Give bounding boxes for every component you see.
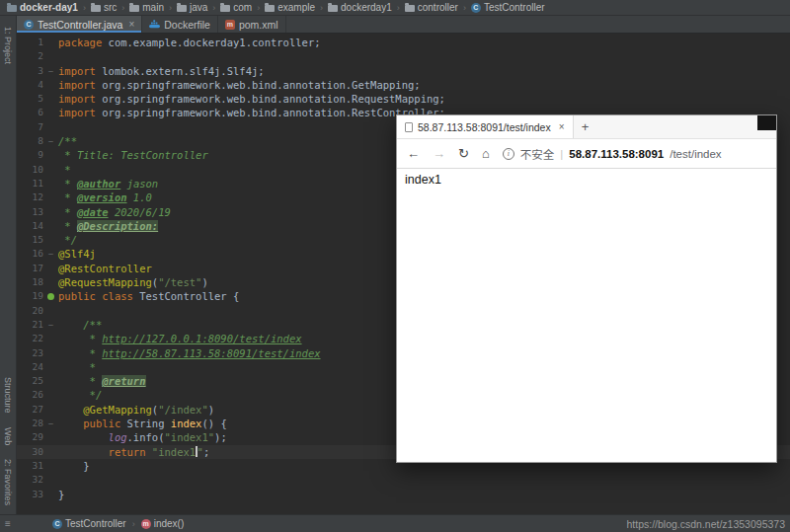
tool-button-Structure[interactable]: Structure bbox=[3, 377, 13, 414]
fold-marker[interactable]: − bbox=[43, 318, 58, 332]
breadcrumb-label: dockerday1 bbox=[341, 2, 392, 13]
code-token: com.example.dockerday1.controller; bbox=[102, 37, 320, 48]
status-item-TestController[interactable]: CTestController bbox=[49, 518, 129, 529]
tool-button-1: Project[interactable]: 1: Project bbox=[3, 27, 13, 64]
folder-icon bbox=[328, 5, 338, 12]
status-label: index() bbox=[154, 518, 185, 529]
breadcrumb-label: TestController bbox=[484, 2, 545, 13]
gutter bbox=[43, 275, 58, 289]
line-number: 15 bbox=[17, 233, 43, 247]
line-number: 17 bbox=[17, 262, 43, 275]
gutter bbox=[43, 445, 58, 459]
gutter bbox=[43, 120, 58, 134]
code-token: @author bbox=[77, 178, 120, 190]
browser-tab[interactable]: 58.87.113.58:8091/test/index × bbox=[397, 115, 574, 138]
code-token: TestController { bbox=[133, 290, 239, 302]
line-number: 3 bbox=[17, 64, 43, 78]
fold-marker[interactable]: − bbox=[43, 134, 58, 148]
gutter bbox=[43, 78, 58, 92]
code-token: @return bbox=[102, 375, 145, 387]
gutter bbox=[43, 148, 58, 162]
browser-tab-close-icon[interactable]: × bbox=[559, 121, 565, 132]
tool-button-2: Favorites[interactable]: 2: Favorites bbox=[3, 459, 13, 505]
code-token: @Description: bbox=[77, 220, 158, 232]
spring-bean-icon bbox=[43, 289, 58, 303]
new-tab-button[interactable]: + bbox=[574, 115, 597, 138]
line-number: 29 bbox=[17, 430, 43, 444]
breadcrumb-item-TestController[interactable]: CTestController bbox=[468, 2, 548, 13]
breadcrumb-item-dockerday1[interactable]: dockerday1 bbox=[325, 2, 395, 13]
line-number: 1 bbox=[17, 36, 43, 49]
code-text: * @version 1.0 bbox=[58, 190, 152, 204]
code-text: @Slf4j bbox=[58, 247, 96, 261]
status-item-index()[interactable]: mindex() bbox=[138, 518, 188, 529]
code-token: public bbox=[83, 418, 120, 429]
line-number: 10 bbox=[17, 163, 43, 177]
gutter bbox=[43, 304, 58, 318]
code-text: public class TestController { bbox=[58, 289, 239, 303]
stripe-toggle-icon[interactable]: ≡ bbox=[5, 518, 17, 529]
line-number: 25 bbox=[17, 374, 43, 388]
code-token: .info( bbox=[127, 431, 165, 443]
code-token: () { bbox=[201, 418, 226, 429]
code-text: import org.springframework.web.bind.anno… bbox=[58, 106, 445, 119]
line-number: 22 bbox=[17, 332, 43, 345]
code-text: * bbox=[58, 163, 71, 177]
breadcrumb-item-main[interactable]: main bbox=[126, 2, 167, 13]
gutter bbox=[43, 473, 58, 487]
back-button[interactable]: ← bbox=[407, 146, 420, 161]
breadcrumb-label: main bbox=[142, 2, 164, 13]
breadcrumb-item-com[interactable]: com bbox=[217, 2, 255, 13]
tab-label: pom.xml bbox=[239, 19, 278, 31]
fold-marker[interactable]: − bbox=[43, 64, 58, 78]
line-number: 21 bbox=[17, 318, 43, 332]
url-field[interactable]: i 不安全 | 58.87.113.58:8091 /test/index bbox=[503, 146, 766, 162]
code-token: public class bbox=[58, 290, 133, 302]
code-text: * http://58.87.113.58:8091/test/index bbox=[58, 346, 321, 360]
code-text: @GetMapping("/index") bbox=[58, 403, 214, 417]
refresh-button[interactable]: ↻ bbox=[458, 146, 469, 161]
gutter bbox=[43, 36, 58, 49]
code-token: @Slf4j bbox=[58, 248, 96, 260]
line-number: 24 bbox=[17, 360, 43, 374]
code-token: org.springframework.web.bind.annotation.… bbox=[96, 107, 445, 118]
browser-address-bar: ← → ↻ ⌂ i 不安全 | 58.87.113.58:8091 /test/… bbox=[397, 139, 776, 169]
forward-button[interactable]: → bbox=[433, 146, 445, 161]
security-label: 不安全 bbox=[520, 146, 555, 162]
code-token: import bbox=[58, 79, 96, 91]
editor-tab-Dockerfile[interactable]: Dockerfile bbox=[142, 16, 218, 33]
tool-button-Web[interactable]: Web bbox=[3, 427, 13, 445]
breadcrumb-item-example[interactable]: example bbox=[262, 2, 318, 13]
code-text: import org.springframework.web.bind.anno… bbox=[58, 78, 421, 92]
line-number: 7 bbox=[17, 120, 43, 134]
code-token: } bbox=[58, 460, 90, 472]
editor-tab-pom.xml[interactable]: mpom.xml bbox=[218, 16, 286, 33]
breadcrumb-separator: › bbox=[256, 3, 261, 13]
code-token bbox=[58, 404, 83, 416]
breadcrumb-item-controller[interactable]: controller bbox=[402, 2, 461, 13]
gutter bbox=[43, 262, 58, 275]
code-token: * Title: TestController bbox=[58, 149, 208, 161]
folder-icon bbox=[129, 5, 139, 12]
code-token: */ bbox=[58, 389, 102, 401]
code-text: * @return bbox=[58, 374, 146, 388]
tab-close-icon[interactable]: × bbox=[128, 19, 134, 30]
editor-tab-TestController.java[interactable]: CTestController.java× bbox=[17, 16, 142, 33]
left-tool-stripe: 1: Project StructureWeb2: Favorites bbox=[0, 16, 17, 514]
breadcrumb-label: docker-day1 bbox=[20, 2, 78, 13]
info-icon[interactable]: i bbox=[503, 148, 514, 160]
code-text: @RestController bbox=[58, 262, 152, 275]
code-text: } bbox=[58, 488, 64, 501]
window-controls[interactable] bbox=[757, 115, 776, 130]
code-token: import bbox=[58, 107, 96, 118]
class-icon: C bbox=[24, 20, 34, 30]
code-token: * bbox=[58, 333, 102, 344]
fold-marker[interactable]: − bbox=[43, 417, 58, 430]
line-number: 32 bbox=[17, 473, 43, 487]
breadcrumb-item-java[interactable]: java bbox=[174, 2, 210, 13]
browser-tab-title: 58.87.113.58:8091/test/index bbox=[418, 121, 551, 133]
home-button[interactable]: ⌂ bbox=[482, 146, 490, 161]
fold-marker[interactable]: − bbox=[43, 247, 58, 261]
breadcrumb-item-src[interactable]: src bbox=[88, 2, 119, 13]
breadcrumb-item-docker-day1[interactable]: docker-day1 bbox=[4, 2, 81, 13]
